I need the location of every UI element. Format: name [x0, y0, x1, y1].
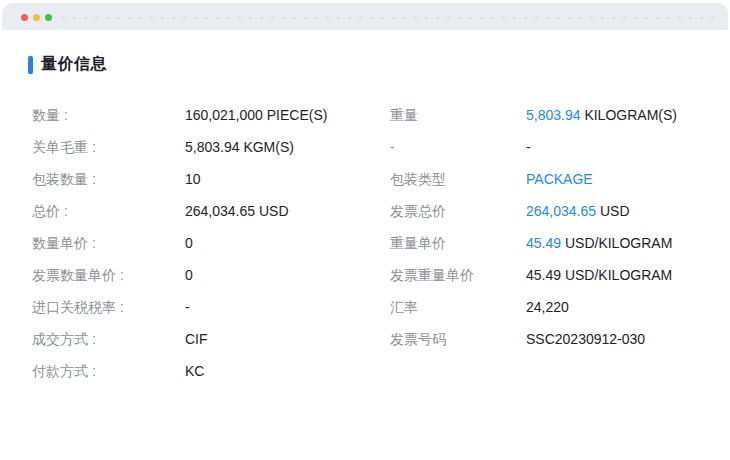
window-titlebar: [2, 3, 728, 30]
package-type-link[interactable]: PACKAGE: [526, 171, 593, 187]
invoice-weight-unit-price-text: 45.49 USD/KILOGRAM: [526, 267, 672, 283]
total-price-value: 264,034.65 USD: [185, 195, 390, 227]
weight-value-link[interactable]: 5,803.94: [526, 107, 581, 123]
invoice-total-price-link[interactable]: 264,034.65: [526, 203, 596, 219]
empty-field-value: -: [526, 131, 714, 163]
package-quantity-value: 10: [185, 163, 390, 195]
customs-gross-weight-value: 5,803.94 KGM(S): [185, 131, 390, 163]
empty-cell: [390, 355, 526, 387]
window-zoom-icon[interactable]: [45, 14, 52, 21]
window-minimize-icon[interactable]: [33, 14, 40, 21]
weight-unit-price-label: 重量单价: [390, 227, 526, 259]
window-controls: [21, 14, 52, 21]
trade-terms-value: CIF: [185, 323, 390, 355]
package-type-label: 包装类型: [390, 163, 526, 195]
weight-value-unit: KILOGRAM(S): [581, 107, 677, 123]
weight-label: 重量: [390, 99, 526, 131]
invoice-total-price-unit: USD: [596, 203, 629, 219]
invoice-number-value: SSC20230912-030: [526, 323, 714, 355]
invoice-weight-unit-price-label: 发票重量单价: [390, 259, 526, 291]
trade-terms-label: 成交方式 :: [32, 323, 185, 355]
invoice-total-price-value: 264,034.65 USD: [526, 195, 714, 227]
package-quantity-label: 包装数量 :: [32, 163, 185, 195]
weight-unit-price-unit: USD/KILOGRAM: [561, 235, 672, 251]
total-price-label: 总价 :: [32, 195, 185, 227]
quantity-value: 160,021,000 PIECE(S): [185, 99, 390, 131]
empty-field-label: -: [390, 131, 526, 163]
customs-gross-weight-label: 关单毛重 :: [32, 131, 185, 163]
import-tariff-rate-value: -: [185, 291, 390, 323]
empty-cell: [526, 355, 714, 387]
invoice-quantity-unit-price-value: 0: [185, 259, 390, 291]
invoice-total-price-label: 发票总价: [390, 195, 526, 227]
invoice-number-text: SSC20230912-030: [526, 331, 645, 347]
quantity-unit-price-value: 0: [185, 227, 390, 259]
invoice-quantity-unit-price-label: 发票数量单价 :: [32, 259, 185, 291]
weight-value: 5,803.94 KILOGRAM(S): [526, 99, 714, 131]
section-title: 量价信息: [41, 54, 107, 75]
app-window: { "window": { "colors": { "titlebar_bg":…: [0, 0, 730, 460]
titlebar-dotted-texture: [58, 16, 716, 20]
import-tariff-rate-label: 进口关税税率 :: [32, 291, 185, 323]
invoice-weight-unit-price-value: 45.49 USD/KILOGRAM: [526, 259, 714, 291]
quantity-unit-price-label: 数量单价 :: [32, 227, 185, 259]
weight-unit-price-value: 45.49 USD/KILOGRAM: [526, 227, 714, 259]
window-close-icon[interactable]: [21, 14, 28, 21]
payment-method-label: 付款方式 :: [32, 355, 185, 387]
section-accent-bar: [28, 56, 33, 74]
weight-unit-price-link[interactable]: 45.49: [526, 235, 561, 251]
empty-field-text: -: [526, 139, 531, 155]
package-type-value: PACKAGE: [526, 163, 714, 195]
exchange-rate-value: 24,220: [526, 291, 714, 323]
section-header: 量价信息: [28, 54, 107, 75]
quantity-price-grid: 数量 : 160,021,000 PIECE(S) 重量 5,803.94 KI…: [32, 99, 714, 387]
payment-method-value: KC: [185, 355, 390, 387]
invoice-number-label: 发票号码: [390, 323, 526, 355]
exchange-rate-text: 24,220: [526, 299, 569, 315]
quantity-label: 数量 :: [32, 99, 185, 131]
exchange-rate-label: 汇率: [390, 291, 526, 323]
